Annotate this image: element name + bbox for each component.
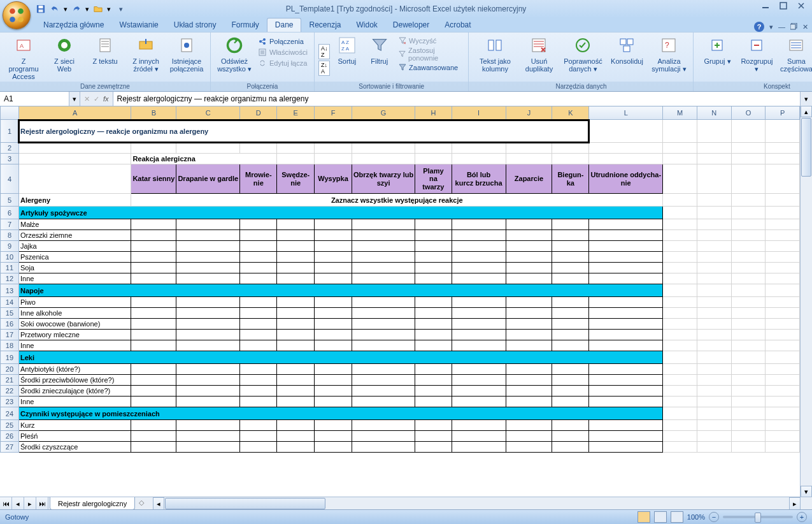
cell[interactable] <box>131 143 176 154</box>
cell[interactable] <box>506 386 552 397</box>
open-icon[interactable] <box>92 3 104 15</box>
row-header[interactable]: 19 <box>1 351 19 364</box>
cell[interactable] <box>352 252 415 263</box>
cell[interactable] <box>18 143 131 154</box>
row-header[interactable]: 8 <box>1 230 19 241</box>
sort-button[interactable]: A ZZ A Sortuj <box>331 34 362 82</box>
cell[interactable] <box>552 273 589 284</box>
cell[interactable] <box>663 330 697 340</box>
cell[interactable] <box>731 194 766 207</box>
cell[interactable] <box>552 308 589 319</box>
minimize-button[interactable] <box>757 0 774 11</box>
cell[interactable] <box>552 252 589 263</box>
cell[interactable] <box>663 230 697 241</box>
last-sheet-icon[interactable]: ⏭ <box>36 497 48 510</box>
cell[interactable] <box>552 330 589 340</box>
horizontal-scrollbar[interactable]: ◂ ▸ <box>153 497 801 510</box>
cell[interactable] <box>277 364 315 375</box>
cell[interactable] <box>240 297 277 308</box>
cell[interactable] <box>697 297 731 308</box>
reaction-header[interactable]: Zaparcie <box>506 164 552 194</box>
cell[interactable] <box>697 143 731 154</box>
cell[interactable] <box>663 263 697 273</box>
cell[interactable] <box>176 273 240 284</box>
cell[interactable] <box>731 143 766 154</box>
cell[interactable] <box>315 230 352 241</box>
cell[interactable] <box>731 407 766 420</box>
cell[interactable] <box>663 273 697 284</box>
page-layout-view-button[interactable] <box>654 511 667 523</box>
cell[interactable] <box>589 219 663 230</box>
cell[interactable] <box>315 364 352 375</box>
help-icon[interactable]: ? <box>754 22 764 32</box>
cell[interactable] <box>352 397 415 407</box>
cell[interactable] <box>240 263 277 273</box>
cell[interactable] <box>315 263 352 273</box>
category-row[interactable]: Napoje <box>18 284 662 297</box>
cell[interactable] <box>663 219 697 230</box>
scroll-thumb[interactable] <box>801 118 811 177</box>
cell[interactable] <box>277 340 315 351</box>
cell[interactable] <box>452 386 506 397</box>
cell[interactable] <box>415 442 452 453</box>
cell[interactable] <box>663 340 697 351</box>
cell[interactable] <box>552 420 589 431</box>
cell[interactable] <box>415 431 452 442</box>
cell[interactable] <box>131 219 176 230</box>
cell[interactable]: Alergeny <box>18 194 131 207</box>
cell[interactable] <box>176 297 240 308</box>
cell[interactable] <box>415 252 452 263</box>
reaction-header[interactable]: Mrowie-nie <box>240 164 277 194</box>
cell[interactable] <box>697 308 731 319</box>
column-header[interactable]: C <box>176 106 240 120</box>
row-header[interactable]: 24 <box>1 407 19 420</box>
cell[interactable] <box>731 330 766 340</box>
cell[interactable] <box>176 263 240 273</box>
ribbon-button[interactable]: Grupuj ▾ <box>697 34 737 82</box>
row-header[interactable]: 9 <box>1 241 19 252</box>
reaction-header[interactable]: Ból lubkurcz brzucha <box>452 164 506 194</box>
cell[interactable] <box>731 308 766 319</box>
ribbon-tab[interactable]: Formuły <box>224 18 266 32</box>
cell[interactable] <box>315 219 352 230</box>
column-header[interactable]: N <box>697 106 731 120</box>
formula-input[interactable]: Rejestr alergologiczny — reakcje organiz… <box>113 92 800 106</box>
ribbon-button[interactable]: AZ programu Access <box>4 34 43 82</box>
cell[interactable] <box>131 252 176 263</box>
cell[interactable] <box>176 420 240 431</box>
cell[interactable] <box>18 154 131 164</box>
cell[interactable] <box>731 319 766 330</box>
zoom-in-button[interactable]: + <box>797 512 807 522</box>
cell[interactable] <box>176 230 240 241</box>
cell[interactable] <box>352 273 415 284</box>
reaction-header[interactable]: Swędze-nie <box>277 164 315 194</box>
cell[interactable] <box>352 319 415 330</box>
cell[interactable] <box>176 241 240 252</box>
cell[interactable] <box>663 207 697 219</box>
cell[interactable] <box>240 219 277 230</box>
cell[interactable] <box>240 420 277 431</box>
cell[interactable] <box>663 143 697 154</box>
cell[interactable] <box>663 297 697 308</box>
cell[interactable] <box>352 340 415 351</box>
maximize-button[interactable] <box>775 0 792 11</box>
cell[interactable] <box>506 319 552 330</box>
cell[interactable] <box>697 207 731 219</box>
cell[interactable] <box>315 308 352 319</box>
enter-formula-icon[interactable]: ✓ <box>94 95 99 103</box>
cell[interactable] <box>415 319 452 330</box>
reaction-header[interactable]: Katar sienny <box>131 164 176 194</box>
help-dropdown-icon[interactable]: ▾ <box>769 23 773 31</box>
zoom-level[interactable]: 100% <box>687 513 705 521</box>
cell[interactable] <box>176 431 240 442</box>
scroll-right-icon[interactable]: ▸ <box>789 497 801 510</box>
cell[interactable] <box>506 273 552 284</box>
allergen-cell[interactable]: Środki czyszczące <box>18 442 131 453</box>
cell[interactable] <box>697 284 731 297</box>
cell[interactable] <box>589 442 663 453</box>
allergen-cell[interactable]: Inne <box>18 273 131 284</box>
cell[interactable] <box>315 330 352 340</box>
cell[interactable] <box>663 407 697 420</box>
cell[interactable] <box>731 340 766 351</box>
cell[interactable] <box>352 263 415 273</box>
